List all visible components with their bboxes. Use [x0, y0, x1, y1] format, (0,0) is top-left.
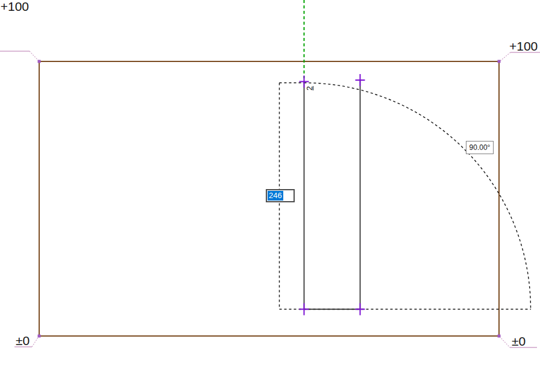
elevation-label-top-left: +100 — [0, 0, 29, 13]
cursor-badge: 2 — [305, 84, 314, 93]
elevation-label-bottom-right: ±0 — [512, 335, 526, 347]
angle-readout: 90.00° — [466, 141, 494, 154]
corner-handle-top-left[interactable] — [38, 60, 41, 63]
vertex-cross-bottom-left[interactable] — [300, 303, 309, 316]
drawn-element — [304, 80, 360, 310]
elevation-label-bottom-left: ±0 — [16, 334, 30, 347]
length-input[interactable]: 246 — [266, 189, 295, 202]
vertex-crosses — [300, 74, 365, 316]
angle-readout-value: 90.00° — [469, 143, 491, 152]
drawing-canvas[interactable]: +100 +100 ±0 ±0 246 90.00° 2 — [0, 0, 540, 392]
rotation-arc — [304, 83, 531, 310]
leader-top-left — [0, 51, 39, 61]
leader-top-right — [500, 52, 540, 61]
vertex-cross-bottom-right[interactable] — [356, 303, 365, 316]
vertex-cross-top-right[interactable] — [356, 74, 365, 86]
length-input-selected-text: 246 — [268, 191, 283, 201]
corner-handle-bottom-left[interactable] — [38, 335, 41, 338]
elevation-label-top-right: +100 — [509, 40, 538, 52]
corner-handle-bottom-right[interactable] — [498, 335, 501, 338]
corner-handle-top-right[interactable] — [498, 60, 501, 63]
ghost-outline — [280, 83, 532, 310]
